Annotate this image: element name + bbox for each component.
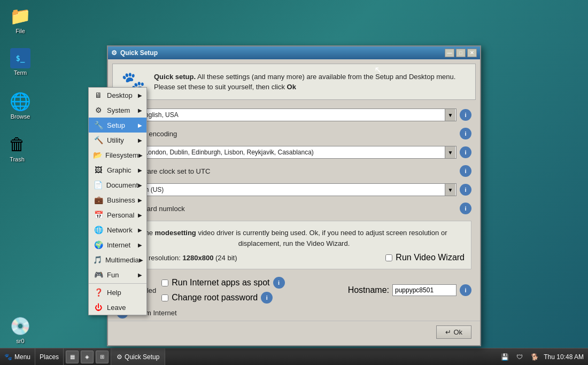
menu-separator — [89, 283, 146, 284]
change-root-checkbox[interactable] — [161, 294, 168, 301]
minimize-button[interactable]: — — [445, 49, 454, 57]
header-ok-bold: Ok — [287, 83, 296, 91]
help-menu-label: Help — [107, 289, 121, 297]
setup-menu-label: Setup — [107, 121, 125, 129]
numlock-info-button[interactable]: i — [460, 203, 471, 214]
change-root-row: Change root password i — [161, 292, 342, 304]
multimedia-arrow-icon: ▶ — [139, 257, 143, 263]
resolution-value: 1280x800 — [183, 254, 214, 262]
locale-row: en_US English, USA ▼ i — [108, 104, 480, 121]
menu-item-system[interactable]: ⚙ System ▶ — [89, 103, 146, 118]
taskbar-menu-button[interactable]: 🐾 Menu — [0, 348, 35, 365]
personal-menu-label: Personal — [107, 211, 134, 219]
tray-shield-icon[interactable]: 🛡 — [514, 351, 525, 363]
taskbar-window-label: Quick Setup — [125, 353, 159, 361]
ok-button[interactable]: ↵ Ok — [436, 325, 471, 339]
taskbar-icon-3[interactable]: ⊞ — [96, 351, 109, 363]
run-internet-info-button[interactable]: i — [273, 277, 285, 289]
utf8-row: UTF-8 encoding i — [108, 126, 480, 142]
menu-item-internet[interactable]: 🌍 Internet ▶ — [89, 237, 146, 252]
desktop-icon-term[interactable]: $_ Term — [4, 48, 36, 76]
close-button[interactable]: ✕ — [467, 49, 477, 57]
hostname-block: Hostname: i — [348, 284, 471, 296]
setup-arrow-icon: ▶ — [138, 122, 142, 128]
system-arrow-icon: ▶ — [138, 107, 142, 113]
taskbar-icon-2[interactable]: ◈ — [81, 351, 94, 363]
hwclock-info-button[interactable]: i — [460, 165, 471, 177]
taskbar-window-button[interactable]: ⚙ Quick Setup — [111, 348, 165, 365]
keyboard-select[interactable]: us English (US) — [117, 183, 457, 196]
video-wizard-label: Run Video Wizard — [396, 253, 465, 262]
desktop-icon-trash[interactable]: 🗑 Trash — [1, 134, 33, 162]
video-wizard-row: Run Video Wizard — [385, 253, 465, 262]
menu-item-personal[interactable]: 📅 Personal ▶ — [89, 207, 146, 222]
tray-disk-icon[interactable]: 💾 — [499, 351, 510, 363]
menu-item-help[interactable]: ❓ Help — [89, 285, 146, 300]
menu-icon: 🐾 — [4, 353, 12, 361]
graphic-menu-label: Graphic — [107, 166, 131, 174]
desktop-menu-label: Desktop — [107, 91, 133, 99]
taskbar-right: 💾 🛡 🐕 Thu 10:48 AM — [494, 351, 588, 363]
locale-info-button[interactable]: i — [460, 109, 471, 121]
file-label: File — [16, 28, 25, 34]
network-menu-label: Network — [107, 226, 133, 234]
hostname-input[interactable] — [392, 284, 457, 296]
menu-item-fun[interactable]: 🎮 Fun ▶ — [89, 267, 146, 282]
menu-item-utility[interactable]: 🔨 Utility ▶ — [89, 133, 146, 147]
context-menu: 🖥 Desktop ▶ ⚙ System ▶ 🔧 Setup ▶ 🔨 Utili… — [88, 87, 147, 315]
menu-item-leave[interactable]: ⏻ Leave — [89, 300, 146, 315]
menu-item-desktop[interactable]: 🖥 Desktop ▶ — [89, 88, 146, 103]
locale-select-wrapper: en_US English, USA ▼ — [117, 108, 457, 121]
change-root-info-button[interactable]: i — [261, 292, 273, 304]
menu-item-filesystem[interactable]: 📂 Filesystem ▶ — [89, 147, 146, 162]
taskbar-places-button[interactable]: Places — [35, 348, 64, 365]
utility-arrow-icon: ▶ — [138, 137, 142, 143]
multimedia-menu-icon: 🎵 — [93, 254, 102, 265]
sr0-label: sr0 — [16, 338, 24, 344]
fun-menu-icon: 🎮 — [93, 269, 104, 280]
keyboard-info-button[interactable]: i — [460, 184, 471, 196]
business-menu-label: Business — [107, 196, 135, 204]
desktop-arrow-icon: ▶ — [138, 92, 142, 98]
from-internet-row: i ...from Internet — [108, 307, 480, 321]
timezone-row: GMT+0 (London, Dublin, Edinburgh, Lisbon… — [108, 146, 480, 159]
internet-menu-label: Internet — [107, 241, 130, 249]
timezone-select[interactable]: GMT+0 (London, Dublin, Edinburgh, Lisbon… — [117, 146, 457, 159]
tray-puppy-icon[interactable]: 🐕 — [529, 351, 540, 363]
taskbar-icon-1[interactable]: ▦ — [66, 351, 79, 363]
setup-header-text: Quick setup. All these settings (and man… — [154, 72, 467, 92]
fun-arrow-icon: ▶ — [138, 272, 142, 278]
document-menu-icon: 📄 — [93, 180, 103, 190]
maximize-button[interactable]: □ — [456, 49, 466, 57]
window-title: Quick Setup — [120, 49, 445, 57]
setup-header: 🐾 Quick setup. All these settings (and m… — [112, 64, 476, 100]
video-driver-name: modesetting — [155, 229, 196, 237]
desktop-icon-file[interactable]: 📁 File — [4, 5, 36, 34]
menu-item-setup[interactable]: 🔧 Setup ▶ — [89, 118, 146, 133]
menu-item-network[interactable]: 🌐 Network ▶ — [89, 222, 146, 237]
desktop-icon-browse[interactable]: 🌐 Browse — [4, 91, 36, 120]
video-wizard-checkbox[interactable] — [385, 254, 392, 261]
menu-item-graphic[interactable]: 🖼 Graphic ▶ — [89, 162, 146, 177]
utf8-info-button[interactable]: i — [460, 128, 471, 139]
bottom-section: i enabled Run Internet apps as spot i Ch… — [108, 274, 480, 307]
document-menu-label: Document — [106, 181, 138, 189]
timezone-info-button[interactable]: i — [460, 146, 471, 158]
run-internet-checkbox[interactable] — [161, 279, 168, 286]
desktop-icon-sr0[interactable]: 💿 sr0 — [4, 315, 36, 344]
hostname-info-button[interactable]: i — [460, 284, 471, 296]
ok-icon: ↵ — [445, 328, 451, 336]
run-internet-label: Run Internet apps as spot — [172, 278, 269, 288]
timezone-select-wrapper: GMT+0 (London, Dublin, Edinburgh, Lisbon… — [117, 146, 457, 159]
video-section-text: The modesetting video driver is currentl… — [123, 228, 465, 248]
network-arrow-icon: ▶ — [138, 227, 142, 233]
change-root-label: Change root password — [172, 293, 258, 302]
menu-item-multimedia[interactable]: 🎵 Multimedia ▶ — [89, 252, 146, 267]
locale-select[interactable]: en_US English, USA — [117, 108, 457, 121]
window-titlebar: ⚙ Quick Setup — □ ✕ — [108, 46, 480, 59]
network-menu-icon: 🌐 — [93, 224, 104, 235]
document-arrow-icon: ▶ — [138, 182, 142, 188]
trash-label: Trash — [10, 156, 25, 162]
menu-item-document[interactable]: 📄 Document ▶ — [89, 177, 146, 192]
menu-item-business[interactable]: 💼 Business ▶ — [89, 192, 146, 207]
